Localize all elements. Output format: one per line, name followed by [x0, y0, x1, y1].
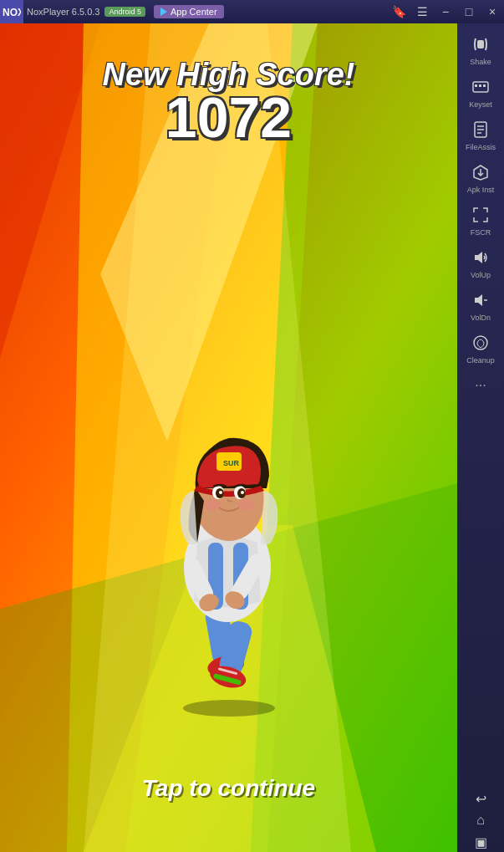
- svg-marker-50: [475, 252, 482, 263]
- svg-marker-51: [475, 294, 482, 306]
- voldn-label: VolDn: [471, 314, 491, 322]
- svg-text:SUR: SUR: [223, 459, 240, 467]
- fileassist-label: FileAssis: [466, 143, 496, 151]
- more-options-dots[interactable]: ...: [475, 375, 486, 390]
- apkinst-label: Apk Inst: [467, 186, 495, 194]
- play-icon: [160, 8, 167, 16]
- character-sprite: SUR: [137, 400, 321, 718]
- sidebar-item-shake[interactable]: Shake: [460, 30, 501, 71]
- home-button[interactable]: ⌂: [466, 810, 496, 830]
- svg-text:NOX: NOX: [3, 7, 21, 18]
- cleanup-label: Cleanup: [466, 356, 495, 365]
- nox-logo: NOX: [0, 0, 23, 23]
- shake-label: Shake: [470, 58, 491, 66]
- svg-point-37: [204, 499, 221, 511]
- close-button[interactable]: ×: [481, 0, 504, 23]
- app-name-label: NoxPlayer 6.5.0.3: [27, 7, 99, 17]
- volup-label: VolUp: [471, 271, 491, 279]
- voldn-icon: [471, 291, 490, 312]
- svg-rect-42: [479, 84, 481, 87]
- maximize-button[interactable]: □: [457, 0, 481, 23]
- shake-icon: [471, 35, 490, 56]
- svg-point-35: [219, 491, 222, 494]
- sidebar-item-fileassist[interactable]: FileAssis: [460, 115, 501, 156]
- sidebar-item-fscr[interactable]: FSCR: [460, 201, 501, 242]
- sidebar-item-cleanup[interactable]: Cleanup: [460, 329, 501, 370]
- volup-icon: [471, 248, 490, 269]
- sidebar-item-apkinst[interactable]: Apk Inst: [460, 158, 501, 199]
- right-sidebar: Shake Keyset FileAssis Apk Inst FSCR Vol…: [457, 23, 504, 852]
- android-badge: Android 5: [104, 7, 145, 17]
- svg-point-10: [183, 700, 275, 717]
- app-center-button[interactable]: App Center: [154, 5, 224, 18]
- score-container: New High Score! 1072: [0, 57, 457, 145]
- svg-point-36: [241, 491, 244, 494]
- menu-button[interactable]: ☰: [410, 0, 434, 23]
- window-controls: 🔖 ☰ − □ ×: [387, 0, 504, 23]
- keyset-icon: [471, 78, 490, 99]
- minimize-button[interactable]: −: [434, 0, 457, 23]
- bookmark-button[interactable]: 🔖: [387, 0, 410, 23]
- svg-rect-39: [477, 40, 484, 48]
- app-center-label: App Center: [171, 7, 217, 17]
- apkinst-icon: [471, 163, 490, 184]
- svg-point-38: [237, 499, 254, 511]
- svg-rect-41: [475, 84, 477, 87]
- sidebar-item-volup[interactable]: VolUp: [460, 243, 501, 284]
- sidebar-item-voldn[interactable]: VolDn: [460, 286, 501, 327]
- fileassist-icon: [471, 120, 490, 141]
- titlebar: NOX NoxPlayer 6.5.0.3 Android 5 App Cent…: [0, 0, 504, 23]
- tap-continue-area[interactable]: Tap to continue: [0, 775, 457, 802]
- game-area[interactable]: New High Score! 1072: [0, 23, 457, 852]
- score-value: 1072: [0, 89, 457, 145]
- fscr-label: FSCR: [471, 228, 491, 237]
- sidebar-item-keyset[interactable]: Keyset: [460, 73, 501, 114]
- svg-rect-43: [483, 84, 486, 87]
- recents-button[interactable]: ▣: [466, 832, 496, 852]
- tap-continue-text: Tap to continue: [142, 775, 315, 801]
- cleanup-icon: [471, 334, 490, 355]
- back-button[interactable]: ↩: [466, 788, 496, 809]
- fscr-icon: [471, 206, 490, 227]
- keyset-label: Keyset: [469, 100, 492, 109]
